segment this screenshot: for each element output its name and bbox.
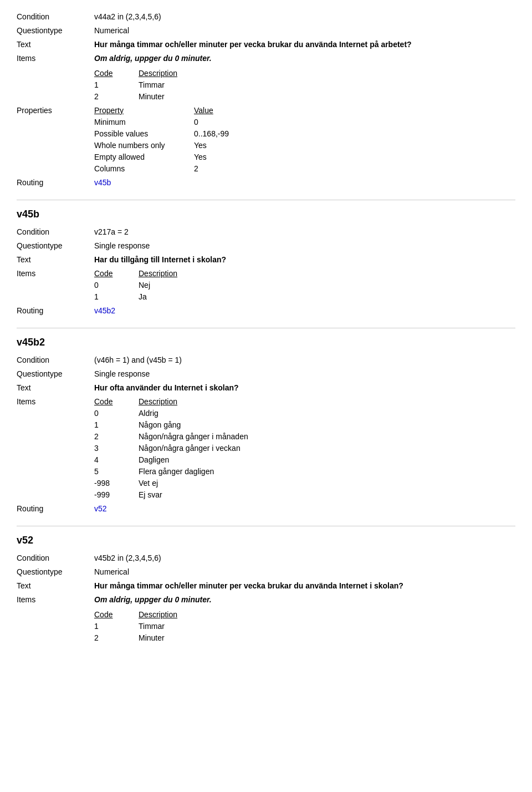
item-code: -999 xyxy=(94,489,139,501)
item-row-3: 3 Någon/några gånger i veckan xyxy=(94,443,515,454)
item-row-998: -998 Vet ej xyxy=(94,478,515,489)
item-code: 4 xyxy=(94,454,139,466)
text-value: Hur många timmar och/eller minuter per v… xyxy=(94,39,515,50)
v52-text-value: Hur många timmar och/eller minuter per v… xyxy=(94,580,515,592)
v45b2-items-row: Items Code Description 0 Aldrig 1 Någon … xyxy=(17,396,515,501)
v45b-routing-row: Routing v45b2 xyxy=(17,305,515,317)
item-desc: Ej svar xyxy=(139,489,515,501)
item-desc: Nej xyxy=(139,280,515,291)
items-label: Items xyxy=(17,396,94,501)
v52-condition-row: Condition v45b2 in (2,3,4,5,6) xyxy=(17,552,515,564)
v45b-questiontype-value: Single response xyxy=(94,240,515,252)
condition-label: Condition xyxy=(17,354,94,366)
item-row-4: 4 Dagligen xyxy=(94,454,515,466)
prop-value: 0 xyxy=(194,116,515,128)
v45b-items-content: Code Description 0 Nej 1 Ja xyxy=(94,268,515,303)
v45b2-items-content: Code Description 0 Aldrig 1 Någon gång 2… xyxy=(94,396,515,501)
item-row-2: 2 Minuter xyxy=(94,91,515,103)
item-row-1: 1 Ja xyxy=(94,291,515,303)
properties-label: Properties xyxy=(17,105,94,175)
v45b2-text-value: Hur ofta använder du Internet i skolan? xyxy=(94,382,515,394)
v52-questiontype-value: Numerical xyxy=(94,566,515,578)
items-header-row: Code Description xyxy=(94,268,515,280)
text-label: Text xyxy=(17,382,94,394)
item-desc: Dagligen xyxy=(139,454,515,466)
v45b-header: v45b xyxy=(17,207,515,222)
routing-label: Routing xyxy=(17,177,94,189)
v45b2-questiontype-row: Questiontype Single response xyxy=(17,368,515,380)
v52-items-subtext: Om aldrig, uppger du 0 minuter. xyxy=(94,594,515,606)
v52-condition-value: v45b2 in (2,3,4,5,6) xyxy=(94,552,515,564)
condition-label: Condition xyxy=(17,11,94,23)
code-header: Code xyxy=(94,609,139,621)
questiontype-label: Questiontype xyxy=(17,240,94,252)
item-desc: Flera gånger dagligen xyxy=(139,466,515,478)
item-code: 0 xyxy=(94,408,139,419)
properties-row: Properties Property Value Minimum 0 Poss… xyxy=(17,105,515,175)
items-label: Items xyxy=(17,53,94,103)
divider-1 xyxy=(17,200,515,200)
item-code: 1 xyxy=(94,291,139,303)
items-label: Items xyxy=(17,594,94,644)
item-code: 5 xyxy=(94,466,139,478)
prop-columns: Columns 2 xyxy=(94,163,515,175)
prop-name: Columns xyxy=(94,163,194,175)
item-row-1: 1 Timmar xyxy=(94,79,515,91)
item-desc: Någon/några gånger i veckan xyxy=(139,443,515,454)
items-subtext: Om aldrig, uppger du 0 minuter. xyxy=(94,53,515,64)
item-desc: Ja xyxy=(139,291,515,303)
condition-label: Condition xyxy=(17,552,94,564)
item-desc: Någon gång xyxy=(139,419,515,431)
items-header-row: Code Description xyxy=(94,396,515,408)
items-label: Items xyxy=(17,268,94,303)
divider-3 xyxy=(17,526,515,526)
prop-whole: Whole numbers only Yes xyxy=(94,140,515,151)
v45b2-questiontype-value: Single response xyxy=(94,368,515,380)
v52-section: v52 Condition v45b2 in (2,3,4,5,6) Quest… xyxy=(17,533,515,644)
v45b2-condition-row: Condition (v46h = 1) and (v45b = 1) xyxy=(17,354,515,366)
items-header-row: Code Description xyxy=(94,609,515,621)
item-code: 2 xyxy=(94,91,139,103)
top-section: Condition v44a2 in (2,3,4,5,6) Questiont… xyxy=(17,11,515,189)
properties-content: Property Value Minimum 0 Possible values… xyxy=(94,105,515,175)
v45b-routing-value[interactable]: v45b2 xyxy=(94,305,515,317)
prop-value: 0..168,-99 xyxy=(194,128,515,140)
desc-header: Description xyxy=(139,609,515,621)
prop-name: Whole numbers only xyxy=(94,140,194,151)
routing-value[interactable]: v45b xyxy=(94,177,515,189)
v45b2-text-row: Text Hur ofta använder du Internet i sko… xyxy=(17,382,515,394)
items-content: Om aldrig, uppger du 0 minuter. Code Des… xyxy=(94,53,515,103)
questiontype-label: Questiontype xyxy=(17,566,94,578)
item-row-0: 0 Nej xyxy=(94,280,515,291)
v52-header: v52 xyxy=(17,533,515,548)
condition-row: Condition v44a2 in (2,3,4,5,6) xyxy=(17,11,515,23)
v45b2-routing-value[interactable]: v52 xyxy=(94,503,515,515)
prop-value: Yes xyxy=(194,140,515,151)
v45b-items-row: Items Code Description 0 Nej 1 Ja xyxy=(17,268,515,303)
questiontype-label: Questiontype xyxy=(17,25,94,37)
code-header: Code xyxy=(94,68,139,79)
condition-label: Condition xyxy=(17,226,94,238)
v45b2-condition-value: (v46h = 1) and (v45b = 1) xyxy=(94,354,515,366)
item-desc: Vet ej xyxy=(139,478,515,489)
item-desc: Aldrig xyxy=(139,408,515,419)
questiontype-value: Numerical xyxy=(94,25,515,37)
item-code: 1 xyxy=(94,79,139,91)
prop-name: Empty allowed xyxy=(94,151,194,163)
item-row-5: 5 Flera gånger dagligen xyxy=(94,466,515,478)
prop-possible: Possible values 0..168,-99 xyxy=(94,128,515,140)
item-row-999: -999 Ej svar xyxy=(94,489,515,501)
item-code: 3 xyxy=(94,443,139,454)
item-row-2: 2 Någon/några gånger i månaden xyxy=(94,431,515,443)
prop-value: 2 xyxy=(194,163,515,175)
item-desc: Minuter xyxy=(139,91,515,103)
prop-name: Minimum xyxy=(94,116,194,128)
prop-value: Yes xyxy=(194,151,515,163)
item-row-1: 1 Timmar xyxy=(94,621,515,632)
v52-text-row: Text Hur många timmar och/eller minuter … xyxy=(17,580,515,592)
v45b-condition-row: Condition v217a = 2 xyxy=(17,226,515,238)
item-code: 1 xyxy=(94,419,139,431)
text-label: Text xyxy=(17,39,94,50)
item-code: 2 xyxy=(94,632,139,644)
item-row-2: 2 Minuter xyxy=(94,632,515,644)
